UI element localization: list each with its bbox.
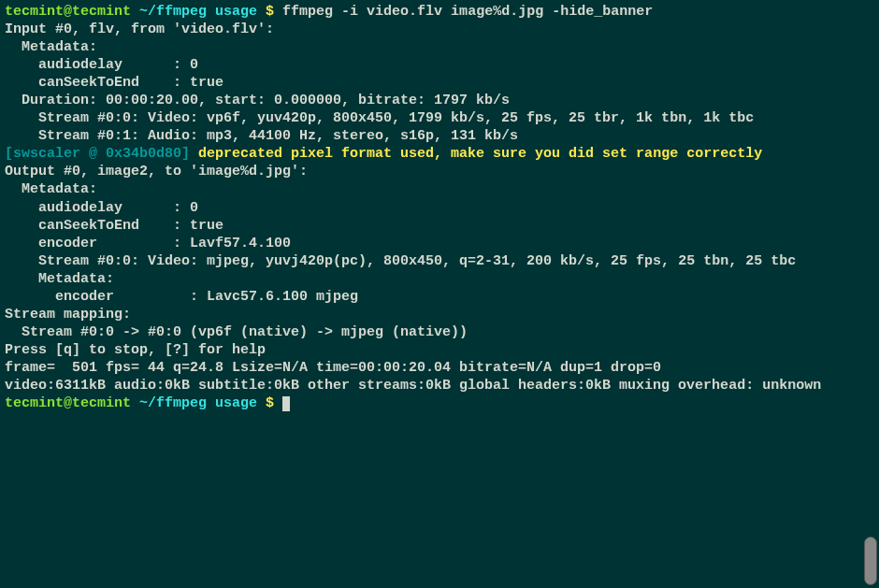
output-line: audiodelay : 0 [5,56,874,74]
output-line: Stream #0:0: Video: vp6f, yuv420p, 800x4… [5,109,874,127]
output-line: Stream mapping: [5,306,874,323]
output-line: Metadata: [5,270,874,288]
output-line: Stream #0:1: Audio: mp3, 44100 Hz, stere… [5,127,874,145]
output-line: Output #0, image2, to 'image%d.jpg': [5,163,874,180]
prompt-symbol: $ [257,395,282,411]
output-line: Duration: 00:00:20.00, start: 0.000000, … [5,92,874,109]
output-line: canSeekToEnd : true [5,74,874,92]
prompt-line-2[interactable]: tecmint@tecmint ~/ffmpeg usage $ [5,394,874,412]
warn-message: deprecated pixel format used, make sure … [198,146,762,162]
output-line: frame= 501 fps= 44 q=24.8 Lsize=N/A time… [5,359,874,377]
output-line: encoder : Lavf57.4.100 [5,235,874,252]
prompt-line-1: tecmint@tecmint ~/ffmpeg usage $ ffmpeg … [5,3,874,21]
output-line: Stream #0:0 -> #0:0 (vp6f (native) -> mj… [5,323,874,341]
output-line: Press [q] to stop, [?] for help [5,341,874,359]
output-line: Input #0, flv, from 'video.flv': [5,21,874,38]
scrollbar-thumb[interactable] [864,537,877,585]
user-host: tecmint@tecmint [5,4,131,20]
output-line: Metadata: [5,38,874,56]
output-line: Metadata: [5,180,874,198]
output-line: video:6311kB audio:0kB subtitle:0kB othe… [5,377,874,394]
output-line: canSeekToEnd : true [5,217,874,235]
command-text: ffmpeg -i video.flv image%d.jpg -hide_ba… [282,4,653,20]
output-line: audiodelay : 0 [5,199,874,217]
cursor [282,396,290,411]
output-line: Stream #0:0: Video: mjpeg, yuvj420p(pc),… [5,252,874,270]
cwd: ~/ffmpeg usage [139,4,257,20]
cwd: ~/ffmpeg usage [139,395,257,411]
warn-line: [swscaler @ 0x34b0d80] deprecated pixel … [5,145,874,163]
prompt-symbol: $ [257,4,282,20]
warn-tag: [swscaler @ 0x34b0d80] [5,146,198,162]
user-host: tecmint@tecmint [5,395,131,411]
output-line: encoder : Lavc57.6.100 mjpeg [5,288,874,306]
